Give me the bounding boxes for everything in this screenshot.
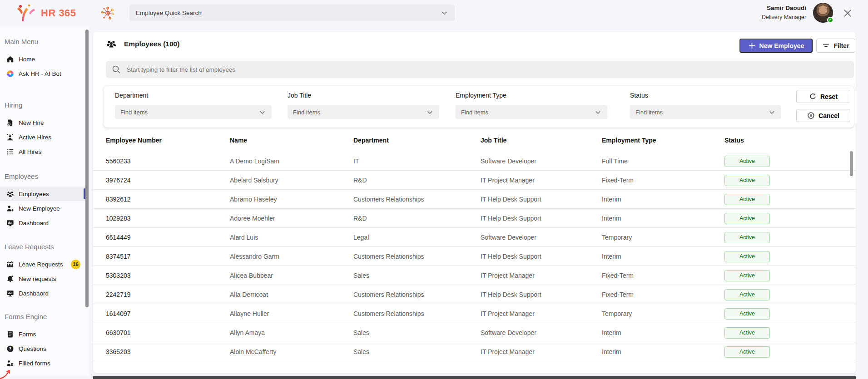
- table-row[interactable]: 3365203Aloin McCaffertySalesIT Project M…: [93, 342, 856, 361]
- department-cell: R&D: [353, 171, 367, 190]
- employee-quick-search[interactable]: Employee Quick Search: [129, 5, 455, 21]
- status-badge: Active: [724, 213, 770, 224]
- sidebar-item-new-requests[interactable]: New requests: [0, 271, 85, 286]
- employee-name: Allyn Amaya: [230, 323, 265, 342]
- employee-number: 6614449: [106, 228, 131, 247]
- sidebar-section-title: Employees: [0, 172, 85, 182]
- employee-number: 1614097: [106, 304, 131, 323]
- table-row[interactable]: 1614097Allayne HullerCustomers Relations…: [93, 304, 856, 323]
- employment-type-cell: Fixed-Term: [602, 285, 634, 304]
- department-cell: IT: [353, 152, 359, 171]
- sidebar-item-ask-hr-ai-bot[interactable]: Ask HR - AI Bot: [0, 66, 85, 81]
- sidebar-section-title: Hiring: [0, 100, 85, 110]
- job-title-cell: IT Help Desk Support: [481, 285, 541, 304]
- page-title: Employees (100): [124, 40, 179, 48]
- sidebar: Main MenuHomeAsk HR - AI BotHiringNew Hi…: [0, 26, 89, 376]
- dropdown-placeholder: Find items: [635, 109, 768, 116]
- chevron-down-icon: [441, 9, 448, 17]
- filled-forms-icon: [6, 359, 14, 367]
- sidebar-item-label: Active Hires: [19, 134, 51, 141]
- forms-icon: [6, 330, 14, 338]
- employee-number: 8374517: [106, 247, 131, 266]
- status-badge: Active: [724, 194, 770, 205]
- cancel-button[interactable]: Cancel: [796, 109, 850, 122]
- employee-number: 3976724: [106, 171, 131, 190]
- table-row[interactable]: 6630701Allyn AmayaSalesSoftware Develope…: [93, 323, 856, 342]
- sidebar-item-leave-requests[interactable]: Leave Requests16: [0, 257, 85, 271]
- employee-search-input[interactable]: Start typing to filter the list of emplo…: [106, 61, 854, 78]
- sidebar-scrollbar[interactable]: [85, 30, 89, 307]
- status-badge: Active: [724, 251, 770, 262]
- table-row[interactable]: 5303203Alicea BubbearSalesIT Project Man…: [93, 266, 856, 285]
- dropdown-placeholder: Find items: [461, 109, 594, 116]
- employee-name: A Demo LogiSam: [230, 152, 279, 171]
- svg-text:?: ?: [9, 346, 12, 351]
- dropdown-placeholder: Find items: [120, 109, 258, 116]
- avatar[interactable]: ✓: [813, 3, 833, 23]
- filter-dropdown-employment-type[interactable]: Find items: [456, 105, 607, 119]
- job-title-cell: IT Help Desk Support: [481, 209, 541, 228]
- employee-name: Alard Luis: [230, 228, 258, 247]
- table-row[interactable]: 5560233A Demo LogiSamITSoftware Develope…: [93, 152, 856, 171]
- sidebar-item-active-hires[interactable]: Active Hires: [0, 130, 85, 144]
- hr365-logo[interactable]: HR 365: [15, 3, 76, 23]
- cancel-button-label: Cancel: [818, 112, 839, 119]
- user-block: Samir Daoudi Delivery Manager: [762, 4, 806, 22]
- sidebar-item-dashbaord[interactable]: Dashbaord: [0, 286, 85, 300]
- sidebar-item-new-employee[interactable]: New Employee: [0, 201, 85, 216]
- card-header: Employees (100): [106, 37, 179, 51]
- sidebar-section-forms-engine: Forms EngineForms?QuestionsFilled forms: [0, 312, 85, 370]
- table-row[interactable]: 1029283Adoree MoehlerR&DIT Help Desk Sup…: [93, 209, 856, 228]
- employment-type-cell: Interim: [602, 190, 621, 209]
- job-title-cell: IT Project Manager: [481, 342, 535, 361]
- reset-button[interactable]: Reset: [796, 90, 850, 103]
- hr365-app: HR 365 Employee Quick Search: [0, 0, 868, 379]
- sidebar-item-all-hires[interactable]: All Hires: [0, 144, 85, 159]
- sidebar-item-forms[interactable]: Forms: [0, 327, 85, 341]
- new-employee-button[interactable]: New Employee: [739, 39, 813, 53]
- sidebar-item-label: Home: [19, 56, 35, 63]
- sidebar-item-label: Dashbaord: [19, 290, 49, 297]
- department-cell: Customers Relationships: [353, 304, 424, 323]
- filter-button-label: Filter: [833, 42, 849, 49]
- status-badge: Active: [724, 232, 770, 243]
- calendar-icon: [6, 261, 14, 268]
- table-row[interactable]: 6614449Alard LuisLegalSoftware Developer…: [93, 228, 856, 247]
- people-group-icon: [106, 39, 117, 49]
- window-bottom-edge: [93, 376, 856, 379]
- table-row[interactable]: 8374517Alessandro GarmCustomers Relation…: [93, 247, 856, 266]
- column-header-name: Name: [230, 135, 247, 145]
- employment-type-cell: Interim: [602, 247, 621, 266]
- sidebar-item-new-hire[interactable]: New Hire: [0, 115, 85, 130]
- sidebar-item-label: Employees: [19, 191, 49, 197]
- sidebar-item-home[interactable]: Home: [0, 52, 85, 66]
- table-row[interactable]: 2242719Alla DerricoatCustomers Relations…: [93, 285, 856, 304]
- job-title-cell: Software Developer: [481, 228, 536, 247]
- reset-button-label: Reset: [820, 93, 838, 100]
- close-icon[interactable]: [843, 8, 853, 18]
- status-badge: Active: [724, 289, 770, 300]
- column-header-employment-type: Employment Type: [602, 135, 656, 145]
- red-swoosh-decoration: [0, 368, 15, 379]
- sidebar-item-employees[interactable]: Employees: [0, 187, 85, 201]
- sidebar-item-dashboard[interactable]: Dashboard: [0, 216, 85, 230]
- job-title-cell: IT Project Manager: [481, 266, 535, 285]
- department-cell: Customers Relationships: [353, 285, 424, 304]
- job-title-cell: IT Project Manager: [481, 171, 535, 190]
- sidebar-item-label: All Hires: [19, 148, 41, 155]
- chevron-down-icon: [258, 108, 266, 116]
- filter-dropdown-status[interactable]: Find items: [630, 105, 781, 119]
- sidebar-section-title: Forms Engine: [0, 312, 85, 322]
- table-header: Employee NumberNameDepartmentJob TitleEm…: [93, 135, 856, 145]
- leave-requests-count-badge: 16: [71, 260, 80, 269]
- filter-button[interactable]: Filter: [816, 39, 855, 53]
- column-header-department: Department: [353, 135, 389, 145]
- filter-dropdown-job-title[interactable]: Find items: [288, 105, 439, 119]
- table-row[interactable]: 3976724Abelard SalsburyR&DIT Project Man…: [93, 171, 856, 190]
- table-row[interactable]: 8392612Abramo HaseleyCustomers Relations…: [93, 190, 856, 209]
- filter-dropdown-department[interactable]: Find items: [115, 105, 272, 119]
- quick-search-value: Employee Quick Search: [136, 10, 441, 16]
- presence-badge: ✓: [827, 17, 833, 23]
- sidebar-item-questions[interactable]: ?Questions: [0, 341, 85, 356]
- table-scrollbar[interactable]: [850, 151, 853, 176]
